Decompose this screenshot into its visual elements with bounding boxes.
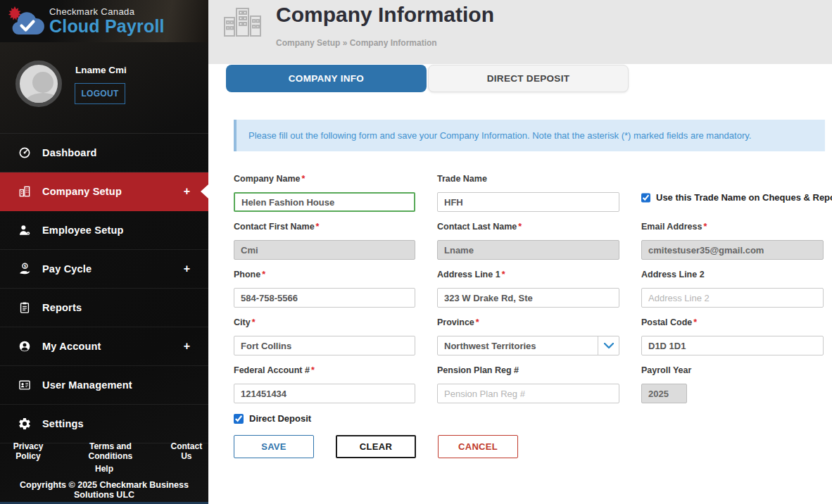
direct-deposit-label: Direct Deposit xyxy=(249,413,311,424)
sidebar-item-label: Reports xyxy=(42,302,82,313)
city-input[interactable] xyxy=(234,336,415,355)
field-label: Contact Last Name xyxy=(437,222,517,232)
required-marker: * xyxy=(476,317,479,327)
page-title: Company Information xyxy=(276,3,494,27)
cancel-button[interactable]: CANCEL xyxy=(438,435,518,458)
field-payroll-year: Payroll Year xyxy=(641,365,824,403)
copyright-text: Copyrights © 2025 Checkmark Business Sol… xyxy=(0,480,208,500)
tab-bar: COMPANY INFO DIRECT DEPOSIT xyxy=(226,65,629,92)
sidebar: Checkmark Canada Cloud Payroll Lname Cmi… xyxy=(0,0,208,504)
info-alert: Please fill out the following form and s… xyxy=(234,120,825,151)
field-label: City xyxy=(234,317,251,327)
pension-plan-input[interactable] xyxy=(437,384,619,403)
page-header: Company Information Company Setup » Comp… xyxy=(208,0,832,64)
field-pension-plan: Pension Plan Reg # xyxy=(437,365,619,403)
sidebar-item-label: Employee Setup xyxy=(42,225,124,236)
field-label: Pension Plan Reg # xyxy=(437,365,519,375)
breadcrumb: Company Setup » Company Information xyxy=(276,38,437,48)
address-line2-input[interactable] xyxy=(641,288,824,308)
account-icon xyxy=(18,339,32,353)
required-marker: * xyxy=(703,222,707,232)
field-label: Payroll Year xyxy=(641,365,691,375)
dashboard-icon xyxy=(18,146,32,160)
sidebar-item-label: Dashboard xyxy=(42,147,97,158)
save-button[interactable]: SAVE xyxy=(234,435,314,458)
field-company-name: Company Name* xyxy=(234,174,415,212)
avatar xyxy=(15,61,62,107)
field-label: Phone xyxy=(234,270,260,279)
sidebar-item-label: User Management xyxy=(42,379,132,391)
direct-deposit-checkbox[interactable] xyxy=(234,414,244,424)
sidebar-item-my-account[interactable]: My Account + xyxy=(0,327,208,366)
required-marker: * xyxy=(301,174,305,184)
field-direct-deposit: Direct Deposit xyxy=(234,413,824,424)
brand-line2: Cloud Payroll xyxy=(49,17,165,35)
help-link[interactable]: Help xyxy=(0,464,208,474)
sidebar-item-reports[interactable]: Reports xyxy=(0,289,208,327)
field-label: Postal Code xyxy=(641,317,692,327)
field-label: Email Address xyxy=(641,222,702,232)
sidebar-item-company-setup[interactable]: Company Setup + xyxy=(0,172,208,211)
postal-code-input[interactable] xyxy=(641,336,824,355)
reports-icon xyxy=(18,301,32,315)
sidebar-item-label: Company Setup xyxy=(42,186,122,197)
user-name: Lname Cmi xyxy=(75,65,127,75)
field-label: Address Line 2 xyxy=(641,270,705,279)
use-trade-name-checkbox[interactable] xyxy=(641,193,650,203)
logout-button[interactable]: LOGOUT xyxy=(75,83,125,104)
field-postal-code: Postal Code* xyxy=(641,317,824,355)
required-marker: * xyxy=(316,222,320,232)
field-use-trade-name: Use this Trade Name on Cheques & Reports xyxy=(641,174,824,212)
use-trade-name-label: Use this Trade Name on Cheques & Reports xyxy=(656,192,832,203)
required-marker: * xyxy=(311,365,315,375)
employee-icon xyxy=(18,223,32,237)
field-trade-name: Trade Name xyxy=(437,174,619,212)
email-input xyxy=(641,240,824,260)
svg-text:$: $ xyxy=(24,263,27,268)
field-label: Company Name xyxy=(234,174,300,184)
sidebar-item-dashboard[interactable]: Dashboard xyxy=(0,134,208,172)
field-address-line1: Address Line 1* xyxy=(437,270,619,308)
field-address-line2: Address Line 2 xyxy=(641,270,824,308)
building-icon xyxy=(18,184,32,199)
plus-icon[interactable]: + xyxy=(184,340,190,353)
field-label: Province xyxy=(437,317,474,327)
field-contact-last-name: Contact Last Name* xyxy=(437,222,619,260)
field-province: Province* Northwest Territories xyxy=(437,317,619,355)
field-label: Address Line 1 xyxy=(437,270,500,279)
contact-first-name-input xyxy=(234,240,415,260)
plus-icon[interactable]: + xyxy=(184,185,190,198)
plus-icon[interactable]: + xyxy=(184,263,190,275)
tab-company-info[interactable]: COMPANY INFO xyxy=(226,65,427,92)
sidebar-item-user-management[interactable]: User Management xyxy=(0,366,208,405)
field-label: Trade Name xyxy=(437,174,487,184)
terms-link[interactable]: Terms and Conditions xyxy=(67,441,154,461)
field-federal-account: Federal Account #* xyxy=(234,365,415,403)
contact-us-link[interactable]: Contact Us xyxy=(165,441,208,461)
brand-text: Checkmark Canada Cloud Payroll xyxy=(49,7,165,35)
sidebar-item-employee-setup[interactable]: Employee Setup xyxy=(0,211,208,250)
company-name-input[interactable] xyxy=(234,192,415,212)
field-label: Federal Account # xyxy=(234,365,310,375)
contact-last-name-input xyxy=(437,240,619,260)
user-management-icon xyxy=(18,378,32,392)
brand-logo-art xyxy=(6,5,46,37)
federal-account-input[interactable] xyxy=(234,384,415,403)
required-marker: * xyxy=(518,222,522,232)
sidebar-menu: Dashboard Company Setup + xyxy=(0,134,208,443)
province-select[interactable]: Northwest Territories xyxy=(437,336,619,355)
clear-button[interactable]: CLEAR xyxy=(336,435,416,458)
phone-input[interactable] xyxy=(234,288,415,308)
form-actions: SAVE CLEAR CANCEL xyxy=(234,435,824,458)
field-phone: Phone* xyxy=(234,270,415,308)
address-line1-input[interactable] xyxy=(437,288,619,308)
chevron-down-icon xyxy=(598,336,619,355)
tab-direct-deposit[interactable]: DIRECT DEPOSIT xyxy=(428,65,629,92)
pay-cycle-icon: $ xyxy=(18,262,32,276)
settings-gear-icon xyxy=(18,417,32,431)
required-marker: * xyxy=(693,317,697,327)
privacy-policy-link[interactable]: Privacy Policy xyxy=(0,441,56,461)
trade-name-input[interactable] xyxy=(437,192,619,212)
sidebar-item-pay-cycle[interactable]: $ Pay Cycle + xyxy=(0,250,208,289)
sidebar-item-settings[interactable]: Settings xyxy=(0,405,208,443)
